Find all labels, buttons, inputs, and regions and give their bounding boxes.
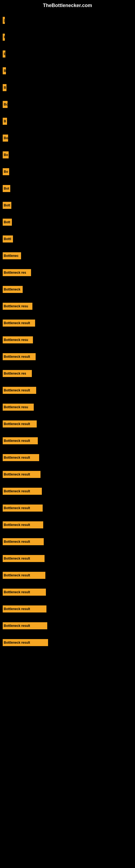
bar-row: B bbox=[3, 66, 132, 76]
bar-spacer bbox=[3, 598, 132, 604]
bar-spacer bbox=[3, 329, 132, 335]
bar-row: E bbox=[3, 49, 132, 59]
bar-label: Bottleneck result bbox=[3, 622, 47, 629]
bar-spacer bbox=[3, 380, 132, 385]
bar-row: Bottleneck resu bbox=[3, 301, 132, 311]
bar-label: Bottleneck result bbox=[3, 421, 37, 428]
bar-label: Bottleneck res bbox=[3, 370, 32, 377]
bar-spacer bbox=[3, 548, 132, 553]
bar-label: Bottleneck result bbox=[3, 538, 44, 545]
bar-row: Bottleneck res bbox=[3, 268, 132, 278]
bar-label: Bottl bbox=[3, 236, 13, 243]
bar-spacer bbox=[3, 262, 132, 268]
bar-spacer bbox=[3, 27, 132, 32]
bar-label: Bottleneck result bbox=[3, 471, 41, 478]
bar-spacer bbox=[3, 77, 132, 83]
bar-spacer bbox=[3, 144, 132, 150]
bar-spacer bbox=[3, 649, 132, 654]
bar-row: Bottleneck result bbox=[3, 638, 132, 648]
bar-spacer bbox=[3, 195, 132, 200]
bar-spacer bbox=[3, 430, 132, 436]
bar-row: Bottleneck result bbox=[3, 536, 132, 547]
bar-row: Bottleneck result bbox=[3, 587, 132, 597]
bar-label: E bbox=[3, 51, 5, 58]
bar-label: P bbox=[3, 34, 5, 41]
bar-spacer bbox=[3, 615, 132, 621]
bar-spacer bbox=[3, 60, 132, 66]
bar-row: Bottleneck result bbox=[3, 553, 132, 564]
bar-spacer bbox=[3, 279, 132, 284]
bar-spacer bbox=[3, 296, 132, 301]
bar-label: Bottleneck result bbox=[3, 572, 45, 579]
bar-label: Bottleneck result bbox=[3, 639, 48, 646]
bar-label: Bottlenec bbox=[3, 252, 21, 259]
bar-row: Bottleneck result bbox=[3, 436, 132, 446]
bar-spacer bbox=[3, 464, 132, 469]
bar-spacer bbox=[3, 531, 132, 536]
bar-spacer bbox=[3, 397, 132, 402]
bar-spacer bbox=[3, 480, 132, 486]
bar-row: Bottleneck result bbox=[3, 469, 132, 479]
bar-label: Bo bbox=[3, 151, 9, 158]
bar-label: Bottleneck result bbox=[3, 589, 46, 596]
bar-spacer bbox=[3, 363, 132, 368]
bar-row: Bottleneck result bbox=[3, 385, 132, 396]
site-title: TheBottlenecker.com bbox=[0, 0, 135, 10]
bar-label: Bottleneck resu bbox=[3, 303, 32, 310]
bar-row: Bott bbox=[3, 200, 132, 211]
bar-label: Bo bbox=[3, 101, 8, 108]
bar-label: B bbox=[3, 67, 6, 74]
bar-label: Bo bbox=[3, 134, 8, 142]
bar-label: Bottleneck result bbox=[3, 488, 42, 495]
bar-spacer bbox=[3, 228, 132, 234]
bar-label: Bottleneck result bbox=[3, 606, 46, 613]
bar-spacer bbox=[3, 43, 132, 49]
bar-row: | bbox=[3, 15, 132, 26]
bar-row: Bottleneck result bbox=[3, 351, 132, 362]
bars-container: |PEBBBoBBoBoBoBotBottBottBottlBottlenecB… bbox=[0, 10, 135, 657]
bar-label: Bottleneck resu bbox=[3, 404, 34, 411]
bar-row: Bottleneck result bbox=[3, 604, 132, 614]
bar-spacer bbox=[3, 94, 132, 99]
bar-row: Bo bbox=[3, 133, 132, 143]
bar-row: Bottleneck result bbox=[3, 419, 132, 429]
bar-label: Bottleneck resu bbox=[3, 336, 33, 343]
bar-label: Bottleneck res bbox=[3, 269, 31, 276]
bar-row: Bottl bbox=[3, 234, 132, 244]
bar-label: B bbox=[3, 118, 7, 125]
bar-row: B bbox=[3, 116, 132, 126]
bar-spacer bbox=[3, 447, 132, 453]
bar-label: Bottleneck result bbox=[3, 387, 36, 394]
bar-label: Bott bbox=[3, 202, 11, 209]
bar-label: Bottleneck result bbox=[3, 555, 45, 562]
bar-spacer bbox=[3, 127, 132, 133]
bar-row: Bottleneck resu bbox=[3, 335, 132, 345]
bar-spacer bbox=[3, 111, 132, 116]
bar-label: Bottleneck bbox=[3, 286, 23, 293]
bar-label: Bo bbox=[3, 168, 9, 175]
bar-spacer bbox=[3, 514, 132, 520]
bar-spacer bbox=[3, 212, 132, 217]
bar-spacer bbox=[3, 312, 132, 318]
bar-row: Bo bbox=[3, 150, 132, 160]
bar-label: Bottleneck result bbox=[3, 504, 43, 512]
bar-row: Bottleneck result bbox=[3, 486, 132, 496]
bar-label: | bbox=[3, 17, 5, 24]
bar-label: Bottleneck result bbox=[3, 521, 43, 528]
bar-label: Bottleneck result bbox=[3, 437, 38, 444]
bar-row: Bottlenec bbox=[3, 251, 132, 261]
bar-row: B bbox=[3, 83, 132, 93]
bar-label: Bottleneck result bbox=[3, 319, 35, 327]
bar-label: Bott bbox=[3, 219, 12, 226]
bar-label: Bottleneck result bbox=[3, 353, 36, 360]
bar-spacer bbox=[3, 582, 132, 587]
bar-row: Bo bbox=[3, 166, 132, 177]
bar-label: B bbox=[3, 84, 6, 91]
bar-spacer bbox=[3, 346, 132, 351]
bar-spacer bbox=[3, 245, 132, 251]
bar-row: Bottleneck bbox=[3, 284, 132, 294]
bar-row: Bo bbox=[3, 99, 132, 110]
bar-spacer bbox=[3, 178, 132, 183]
bar-spacer bbox=[3, 565, 132, 570]
bar-row: Bottleneck result bbox=[3, 453, 132, 463]
